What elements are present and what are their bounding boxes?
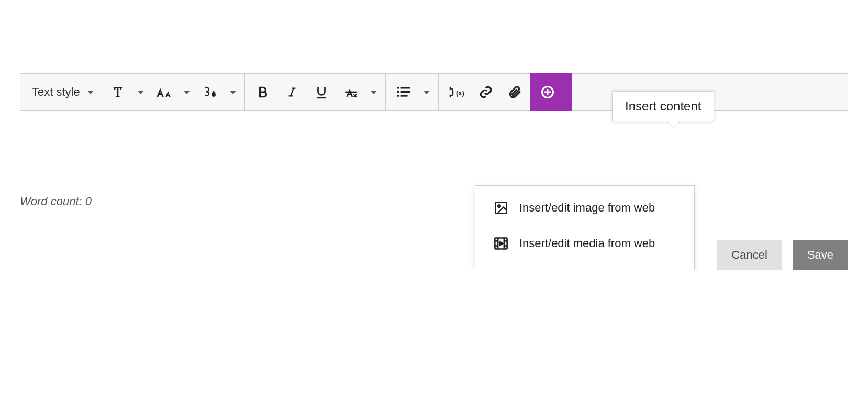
chevron-down-icon: [230, 91, 236, 94]
insert-content-button[interactable]: [530, 73, 572, 111]
chevron-down-icon: [184, 91, 190, 94]
svg-point-16: [498, 205, 500, 207]
link-icon: [478, 85, 493, 99]
plus-circle-icon: [540, 85, 555, 99]
svg-rect-9: [397, 95, 399, 96]
formula-icon: (x): [448, 85, 465, 99]
toolbar-group-styles: Text style: [20, 74, 245, 110]
editor-toolbar: Text style: [20, 73, 848, 111]
dropdown-item-label: Insert/edit media from web: [519, 237, 655, 250]
strikethrough-button[interactable]: [336, 77, 365, 107]
chevron-down-icon: [87, 91, 94, 94]
svg-rect-10: [400, 95, 407, 96]
action-bar: Cancel Save: [20, 240, 848, 270]
chevron-down-icon: [371, 91, 377, 94]
font-family-button[interactable]: [103, 77, 132, 107]
font-family-icon: [110, 85, 126, 99]
formula-button[interactable]: (x): [442, 77, 471, 107]
list-icon: [397, 86, 410, 98]
editor-container: Insert content Text style: [0, 73, 868, 270]
save-button[interactable]: Save: [793, 240, 848, 270]
chevron-down-icon: [138, 91, 144, 94]
font-family-dropdown[interactable]: [132, 77, 149, 107]
font-size-icon: [155, 85, 173, 99]
editor-content-area[interactable]: [20, 111, 848, 188]
toolbar-group-insert: (x): [439, 74, 572, 110]
text-style-label: Text style: [32, 85, 80, 99]
bold-button[interactable]: [248, 77, 277, 107]
text-style-dropdown[interactable]: Text style: [24, 77, 103, 107]
toolbar-group-format: [245, 74, 386, 110]
text-color-dropdown[interactable]: [225, 77, 241, 107]
svg-rect-5: [397, 87, 399, 88]
underline-button[interactable]: [307, 77, 336, 107]
font-size-dropdown[interactable]: [179, 77, 195, 107]
cancel-button[interactable]: Cancel: [717, 240, 782, 270]
more-format-dropdown[interactable]: [365, 77, 382, 107]
film-icon: [493, 236, 509, 251]
link-button[interactable]: [471, 77, 500, 107]
chevron-down-icon: [424, 91, 430, 94]
insert-media-item[interactable]: Insert/edit media from web: [475, 226, 694, 261]
font-size-button[interactable]: [149, 77, 179, 107]
text-color-button[interactable]: [195, 77, 225, 107]
list-dropdown[interactable]: [418, 77, 435, 107]
underline-icon: [315, 85, 328, 99]
tooltip-label: Insert content: [625, 99, 701, 113]
bold-icon: [256, 85, 270, 99]
insert-content-dropdown: Insert/edit image from web Insert/edit m…: [475, 185, 695, 270]
insert-image-item[interactable]: Insert/edit image from web: [475, 190, 694, 226]
paperclip-icon: [508, 85, 522, 99]
italic-icon: [286, 85, 298, 99]
list-button[interactable]: [389, 77, 418, 107]
dropdown-item-label: Insert/edit image from web: [519, 201, 655, 215]
svg-rect-6: [400, 87, 410, 88]
image-icon: [493, 201, 509, 215]
top-bar: [0, 0, 868, 27]
insert-content-tooltip: Insert content: [612, 91, 714, 121]
attachment-button[interactable]: [500, 77, 530, 107]
toolbar-group-list: [386, 74, 439, 110]
text-color-icon: [202, 85, 218, 99]
svg-rect-7: [397, 91, 399, 93]
italic-button[interactable]: [277, 77, 307, 107]
strikethrough-icon: [343, 85, 358, 99]
svg-line-2: [291, 88, 294, 96]
svg-rect-8: [400, 91, 410, 93]
svg-text:(x): (x): [456, 89, 464, 97]
word-count-label: Word count: 0: [20, 195, 848, 208]
insert-youtube-item[interactable]: Insert YouTube video: [475, 261, 694, 270]
